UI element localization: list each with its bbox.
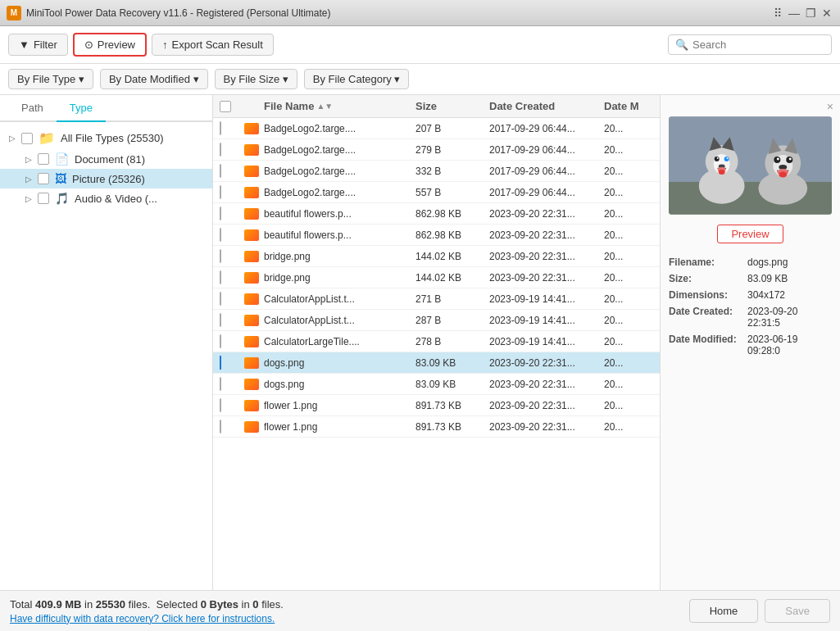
checkbox-all[interactable]: [21, 133, 33, 144]
table-row[interactable]: flower 1.png 891.73 KB 2023-09-20 22:31.…: [213, 395, 660, 416]
status-summary: Total 409.9 MB in 25530 files. Selected …: [10, 598, 284, 611]
table-row[interactable]: BadgeLogo2.targe.... 332 B 2017-09-29 06…: [213, 161, 660, 182]
help-link[interactable]: Have difficulty with data recovery? Clic…: [10, 613, 284, 624]
file-modified: 20...: [604, 187, 653, 198]
row-checkbox[interactable]: [220, 334, 221, 348]
row-checkbox[interactable]: [220, 249, 221, 263]
file-tree: ▷ 📁 All File Types (25530) ▷ 📄 Document …: [0, 122, 212, 590]
meta-created: Date Created: 2023-09-20 22:31:5: [669, 306, 832, 329]
table-row[interactable]: bridge.png 144.02 KB 2023-09-20 22:31...…: [213, 267, 660, 288]
table-row[interactable]: dogs.png 83.09 KB 2023-09-20 22:31... 20…: [213, 374, 660, 395]
svg-point-21: [789, 158, 792, 161]
file-size: 557 B: [415, 187, 489, 198]
row-checkbox[interactable]: [220, 270, 221, 284]
row-checkbox[interactable]: [220, 292, 221, 306]
file-rows-container: BadgeLogo2.targe.... 207 B 2017-09-29 06…: [213, 118, 660, 438]
close-panel-button[interactable]: ×: [827, 100, 833, 113]
col-modified[interactable]: Date M: [604, 100, 653, 112]
table-row[interactable]: CalculatorLargeTile.... 278 B 2023-09-19…: [213, 331, 660, 352]
table-row[interactable]: CalculatorAppList.t... 271 B 2023-09-19 …: [213, 288, 660, 310]
table-row[interactable]: BadgeLogo2.targe.... 279 B 2017-09-29 06…: [213, 139, 660, 161]
file-created: 2023-09-20 22:31...: [489, 400, 604, 411]
checkbox-doc[interactable]: [38, 153, 49, 165]
table-row[interactable]: bridge.png 144.02 KB 2023-09-20 22:31...…: [213, 246, 660, 267]
table-row[interactable]: BadgeLogo2.targe.... 557 B 2017-09-29 06…: [213, 182, 660, 203]
meta-size: Size: 83.09 KB: [669, 273, 832, 284]
table-row[interactable]: dogs.png 83.09 KB 2023-09-20 22:31... 20…: [213, 352, 660, 374]
search-box[interactable]: 🔍: [668, 34, 832, 55]
col-filename[interactable]: File Name ▲▼: [264, 100, 415, 112]
expand-pic-icon[interactable]: ▷: [23, 173, 34, 184]
table-row[interactable]: beautiful flowers.p... 862.98 KB 2023-09…: [213, 203, 660, 225]
file-name: BadgeLogo2.targe....: [264, 123, 415, 134]
tab-path[interactable]: Path: [8, 95, 57, 122]
export-icon: ↑: [162, 39, 168, 51]
file-modified: 20...: [604, 293, 653, 305]
file-name: BadgeLogo2.targe....: [264, 166, 415, 177]
file-modified: 20...: [604, 272, 653, 284]
row-checkbox[interactable]: [220, 420, 221, 434]
main-content: Path Type ▷ 📁 All File Types (25530) ▷ 📄…: [0, 95, 840, 590]
file-created: 2023-09-19 14:41...: [489, 336, 604, 347]
filter-by-date[interactable]: By Date Modified ▾: [100, 69, 208, 89]
minimize-button[interactable]: —: [788, 7, 801, 20]
filter-button[interactable]: ▼ Filter: [8, 34, 68, 56]
status-buttons: Home Save: [689, 599, 830, 623]
filter-by-category[interactable]: By File Category ▾: [304, 69, 410, 89]
col-size[interactable]: Size: [415, 100, 489, 112]
row-checkbox[interactable]: [220, 143, 221, 157]
table-row[interactable]: flower 1.png 891.73 KB 2023-09-20 22:31.…: [213, 416, 660, 438]
maximize-button[interactable]: ❐: [804, 7, 817, 20]
filter-by-type[interactable]: By File Type ▾: [8, 69, 93, 89]
file-size: 207 B: [415, 123, 489, 134]
file-name: dogs.png: [264, 357, 415, 369]
tree-item-document[interactable]: ▷ 📄 Document (81): [0, 149, 212, 169]
header-checkbox[interactable]: [220, 101, 231, 112]
checkbox-av[interactable]: [38, 193, 49, 204]
preview-button[interactable]: ⊙ Preview: [73, 33, 147, 57]
save-button[interactable]: Save: [765, 599, 830, 623]
file-size: 891.73 KB: [415, 400, 489, 411]
expand-doc-icon[interactable]: ▷: [23, 153, 34, 165]
close-button[interactable]: ✕: [820, 7, 833, 20]
file-type-icon: [244, 208, 259, 220]
file-name: bridge.png: [264, 251, 415, 262]
table-row[interactable]: beautiful flowers.p... 862.98 KB 2023-09…: [213, 225, 660, 246]
expand-all-icon[interactable]: ▷: [7, 133, 18, 144]
row-checkbox[interactable]: [220, 185, 221, 199]
expand-av-icon[interactable]: ▷: [23, 193, 34, 204]
row-checkbox[interactable]: [220, 377, 221, 391]
file-type-icon: [244, 229, 259, 241]
tree-item-picture[interactable]: ▷ 🖼 Picture (25326): [0, 169, 212, 188]
file-modified: 20...: [604, 421, 653, 433]
export-button[interactable]: ↑ Export Scan Result: [152, 34, 274, 56]
row-checkbox[interactable]: [220, 164, 221, 178]
file-type-icon: [244, 400, 259, 411]
search-input[interactable]: [692, 39, 824, 51]
home-button[interactable]: Home: [689, 599, 759, 623]
file-name: dogs.png: [264, 379, 415, 390]
row-checkbox[interactable]: [220, 121, 221, 135]
row-checkbox[interactable]: [220, 228, 221, 242]
tree-item-all[interactable]: ▷ 📁 All File Types (25530): [0, 127, 212, 149]
table-row[interactable]: BadgeLogo2.targe.... 207 B 2017-09-29 06…: [213, 118, 660, 139]
row-checkbox[interactable]: [220, 356, 221, 370]
checkbox-pic[interactable]: [38, 173, 49, 184]
tree-item-audio-video[interactable]: ▷ 🎵 Audio & Video (...: [0, 188, 212, 208]
row-checkbox[interactable]: [220, 313, 221, 327]
svg-point-8: [717, 157, 719, 159]
preview-action-button[interactable]: Preview: [717, 225, 783, 243]
filter-by-size[interactable]: By File Size ▾: [215, 69, 297, 89]
file-created: 2023-09-20 22:31...: [489, 357, 604, 369]
file-name: CalculatorAppList.t...: [264, 315, 415, 326]
toolbar: ▼ Filter ⊙ Preview ↑ Export Scan Result …: [0, 26, 840, 64]
svg-rect-2: [669, 182, 832, 215]
row-checkbox[interactable]: [220, 398, 221, 412]
tab-type[interactable]: Type: [57, 95, 106, 122]
row-checkbox[interactable]: [220, 207, 221, 220]
col-created[interactable]: Date Created: [489, 100, 604, 112]
menu-button[interactable]: ⠿: [771, 7, 784, 20]
file-table[interactable]: File Name ▲▼ Size Date Created Date M: [213, 95, 660, 590]
file-type-icon: [244, 144, 259, 156]
table-row[interactable]: CalculatorAppList.t... 287 B 2023-09-19 …: [213, 310, 660, 331]
